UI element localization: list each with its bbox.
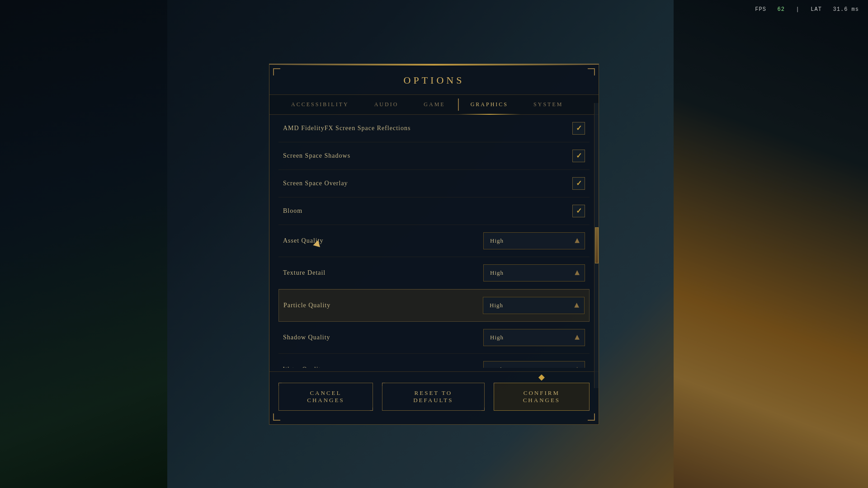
scrollbar[interactable] <box>594 103 599 388</box>
chevron-down-icon-asset-quality: ◀ <box>574 238 581 243</box>
setting-label-bloom: Bloom <box>283 207 302 215</box>
dropdown-asset-quality[interactable]: High ◀ <box>483 232 585 249</box>
setting-row-shadow-quality: Shadow Quality High ◀ <box>278 322 590 354</box>
dropdown-value-shadow-quality: High <box>490 334 504 341</box>
cancel-button[interactable]: CANCEL CHANGES <box>278 383 373 411</box>
fps-value: 62 <box>778 6 785 13</box>
confirm-button-wrap: CONFIRM CHANGES <box>494 383 590 411</box>
dropdown-water-quality[interactable]: High ◀ <box>483 361 585 368</box>
scrollbar-thumb[interactable] <box>595 227 599 263</box>
setting-label-particle-quality: Particle Quality <box>283 302 330 309</box>
setting-label-shadow-quality: Shadow Quality <box>283 334 330 341</box>
setting-control-screen-space-overlay <box>572 177 585 190</box>
chevron-down-icon-particle-quality: ◀ <box>573 303 581 308</box>
setting-control-screen-space-shadows <box>572 150 585 162</box>
checkbox-amd-fidelityfx[interactable] <box>572 122 585 135</box>
settings-list: AMD FidelityFX Screen Space Reflections … <box>269 115 599 368</box>
modal-footer: CANCEL CHANGES RESET TO DEFAULTS CONFIRM… <box>269 371 599 415</box>
setting-control-asset-quality: High ◀ <box>483 232 585 249</box>
lat-label: LAT <box>811 6 822 13</box>
setting-row-screen-space-shadows: Screen Space Shadows <box>278 142 590 170</box>
dropdown-value-particle-quality: High <box>490 302 503 309</box>
corner-br <box>588 413 595 421</box>
setting-label-water-quality: Water Quality <box>283 366 325 368</box>
setting-label-texture-detail: Texture Detail <box>283 269 326 277</box>
setting-row-texture-detail: Texture Detail High ◀ <box>278 257 590 289</box>
corner-tl <box>273 68 280 75</box>
dropdown-value-water-quality: High <box>490 366 504 368</box>
dropdown-value-asset-quality: High <box>490 237 504 244</box>
setting-row-asset-quality: Asset Quality High ◀ <box>278 225 590 257</box>
setting-control-shadow-quality: High ◀ <box>483 329 585 346</box>
setting-label-screen-space-shadows: Screen Space Shadows <box>283 152 350 160</box>
setting-control-water-quality: High ◀ <box>483 361 585 368</box>
fps-label: FPS <box>755 6 766 13</box>
dropdown-texture-detail[interactable]: High ◀ <box>483 264 585 282</box>
confirm-button[interactable]: CONFIRM CHANGES <box>494 383 590 411</box>
setting-row-particle-quality: Particle Quality High ◀ <box>278 289 590 322</box>
checkbox-bloom[interactable] <box>572 205 585 217</box>
setting-control-bloom <box>572 205 585 217</box>
tab-graphics[interactable]: GRAPHICS <box>458 95 521 114</box>
dropdown-value-texture-detail: High <box>490 269 504 277</box>
fps-counter: FPS 62 | LAT 31.6 ms <box>755 6 859 13</box>
tab-audio[interactable]: AUDIO <box>362 95 411 114</box>
corner-bl <box>273 413 280 421</box>
tab-accessibility[interactable]: ACCESSIBILITY <box>278 95 362 114</box>
tab-game[interactable]: GAME <box>411 95 458 114</box>
setting-control-particle-quality: High ◀ <box>483 297 585 314</box>
setting-label-asset-quality: Asset Quality <box>283 237 324 244</box>
tabs-container: ACCESSIBILITY AUDIO GAME GRAPHICS SYSTEM <box>269 95 599 115</box>
chevron-down-icon-shadow-quality: ◀ <box>574 335 581 340</box>
tab-system[interactable]: SYSTEM <box>521 95 576 114</box>
reset-button[interactable]: RESET TO DEFAULTS <box>382 383 485 411</box>
modal-backdrop: OPTIONS ACCESSIBILITY AUDIO GAME GRAPHIC… <box>0 0 868 488</box>
checkbox-screen-space-shadows[interactable] <box>572 150 585 162</box>
setting-control-texture-detail: High ◀ <box>483 264 585 282</box>
diamond-decoration <box>538 375 545 381</box>
checkbox-screen-space-overlay[interactable] <box>572 177 585 190</box>
setting-row-amd-fidelityfx: AMD FidelityFX Screen Space Reflections <box>278 115 590 142</box>
setting-control-amd-fidelityfx <box>572 122 585 135</box>
dropdown-shadow-quality[interactable]: High ◀ <box>483 329 585 346</box>
corner-tr <box>588 68 595 75</box>
chevron-down-icon-texture-detail: ◀ <box>574 270 581 275</box>
dropdown-particle-quality[interactable]: High ◀ <box>483 297 585 314</box>
setting-label-screen-space-overlay: Screen Space Overlay <box>283 180 348 187</box>
setting-label-amd-fidelityfx: AMD FidelityFX Screen Space Reflections <box>283 125 410 132</box>
lat-value: 31.6 ms <box>833 6 859 13</box>
modal-title: OPTIONS <box>269 65 599 95</box>
setting-row-screen-space-overlay: Screen Space Overlay <box>278 170 590 197</box>
options-modal: OPTIONS ACCESSIBILITY AUDIO GAME GRAPHIC… <box>269 64 599 425</box>
chevron-down-icon-water-quality: ◀ <box>574 367 581 368</box>
setting-row-bloom: Bloom <box>278 197 590 225</box>
setting-row-water-quality: Water Quality High ◀ <box>278 354 590 368</box>
